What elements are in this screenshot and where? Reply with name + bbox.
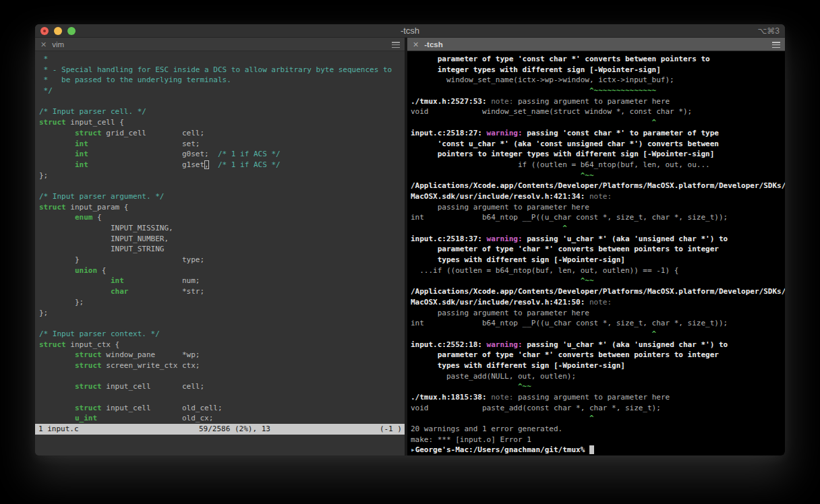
cursor-hollow: , [204, 160, 209, 169]
terminal-line: ^~~ [411, 381, 785, 392]
terminal-line: int num; [39, 276, 405, 286]
terminal-window: -tcsh ⌥⌘3 ✕ vim ✕ -tcsh * * - Special ha… [35, 24, 785, 455]
pane-titlebar-tcsh[interactable]: ✕ -tcsh [407, 38, 785, 51]
terminal-line: struct window_pane *wp; [39, 350, 405, 360]
terminal-line: ./tmux.h:1815:38: note: passing argument… [411, 392, 785, 403]
terminal-line: parameter of type 'char *' converts betw… [411, 350, 785, 360]
pane-title-label: vim [52, 40, 64, 49]
terminal-line: make: *** [input.o] Error 1 [411, 435, 785, 445]
terminal-line: ^~~~~~~~~~~~~~~ [411, 86, 785, 96]
terminal-line: ^ [411, 223, 785, 234]
terminal-line: struct input_ctx { [39, 340, 405, 350]
terminal-line: ▸George's-Mac:/Users/gnachman/git/tmux% [411, 445, 785, 455]
terminal-line: }; [39, 297, 405, 308]
vim-status-line: 1 input.c59/2586 (2%), 13(-1 ) [35, 424, 405, 435]
terminal-line: struct screen_write_ctx ctx; [39, 360, 405, 371]
terminal-line: } type; [39, 255, 405, 265]
terminal-line: INPUT_STRING [39, 244, 405, 255]
terminal-line: int b64_ntop __P((u_char const *, size_t… [411, 212, 785, 223]
terminal-line: MacOSX.sdk/usr/include/resolv.h:421:50: … [411, 297, 785, 308]
terminal-line: struct input_cell { [39, 117, 405, 128]
terminal-line [39, 181, 405, 191]
terminal-line: /* Input parser argument. */ [39, 191, 405, 202]
close-pane-icon[interactable]: ✕ [40, 38, 47, 51]
pane-title-label: -tcsh [424, 40, 442, 49]
terminal-line: void window_set_name(struct window *, co… [411, 106, 785, 117]
terminal-line: int g0set; /* 1 if ACS */ [39, 149, 405, 160]
terminal-line: ^~~ [411, 170, 785, 181]
terminal-line: ^~~ [411, 276, 785, 286]
window-shortcut-badge: ⌥⌘3 [757, 24, 780, 38]
terminal-line: union { [39, 265, 405, 276]
terminal-line: * [39, 54, 405, 65]
terminal-line: * - Special handling for ESC inside a DC… [39, 65, 405, 75]
terminal-line: if ((outlen = b64_ntop(buf, len, out, ou… [411, 160, 785, 170]
terminal-line: types with different sign [-Wpointer-sig… [411, 255, 785, 265]
terminal-line: ...if ((outlen = b64_ntop(buf, len, out,… [411, 265, 785, 276]
close-pane-icon[interactable]: ✕ [413, 38, 419, 51]
terminal-line: ^ [411, 413, 785, 424]
terminal-line: parameter of type 'const char *' convert… [411, 54, 785, 65]
terminal-line: integer types with different sign [-Wpoi… [411, 65, 785, 75]
vim-editor-pane[interactable]: * * - Special handling for ESC inside a … [35, 51, 405, 455]
terminal-line: 'const u_char *' (aka 'const unsigned ch… [411, 139, 785, 150]
terminal-line: */ [39, 86, 405, 96]
terminal-line: INPUT_MISSING, [39, 223, 405, 234]
terminal-line: window_set_name(ictx->wp->window, ictx->… [411, 75, 785, 86]
terminal-line: INPUT_NUMBER, [39, 234, 405, 245]
terminal-line: struct input_param { [39, 202, 405, 213]
terminal-line: struct grid_cell cell; [39, 128, 405, 139]
terminal-line [39, 96, 405, 107]
session-title-bars: ✕ vim ✕ -tcsh [35, 38, 785, 51]
terminal-line: ^ [411, 329, 785, 340]
terminal-line: passing argument to parameter here [411, 308, 785, 319]
terminal-line: MacOSX.sdk/usr/include/resolv.h:421:34: … [411, 191, 785, 202]
terminal-line: int b64_ntop __P((u_char const *, size_t… [411, 318, 785, 329]
status-position: 59/2586 (2%), 13 [199, 424, 270, 435]
terminal-line: /* Input parser cell. */ [39, 106, 405, 117]
terminal-line: struct input_cell old_cell; [39, 403, 405, 414]
terminal-line: 20 warnings and 1 error generated. [411, 424, 785, 435]
terminal-line: * be passed to the underlying terminals. [39, 75, 405, 86]
cursor-block [589, 445, 594, 454]
desktop-background: -tcsh ⌥⌘3 ✕ vim ✕ -tcsh * * - Special ha… [0, 0, 820, 504]
terminal-line: void paste_add(const char *, char *, siz… [411, 403, 785, 414]
terminal-line: input.c:2552:18: warning: passing 'u_cha… [411, 340, 785, 350]
terminal-line: u_int old_cx; [39, 413, 405, 424]
terminal-line: types with different sign [-Wpointer-sig… [411, 360, 785, 371]
pane-menu-icon[interactable] [772, 42, 780, 48]
terminal-line: /* Input parser context. */ [39, 329, 405, 340]
terminal-line: pointers to integer types with different… [411, 149, 785, 160]
terminal-line: input.c:2518:37: warning: passing 'u_cha… [411, 234, 785, 245]
pane-menu-icon[interactable] [392, 42, 400, 48]
terminal-line: ^ [411, 117, 785, 128]
terminal-line: input.c:2518:27: warning: passing 'const… [411, 128, 785, 139]
status-filename: 1 input.c [38, 424, 79, 435]
window-title: -tcsh [35, 24, 785, 38]
terminal-line: /Applications/Xcode.app/Contents/Develop… [411, 181, 785, 191]
terminal-line: }; [39, 308, 405, 319]
terminal-line [39, 318, 405, 329]
terminal-line: ./tmux.h:2527:53: note: passing argument… [411, 96, 785, 107]
prompt-mark-icon: ▸ [411, 445, 415, 454]
terminal-line: enum { [39, 212, 405, 223]
terminal-line: /Applications/Xcode.app/Contents/Develop… [411, 286, 785, 297]
terminal-line: paste_add(NULL, out, outlen); [411, 371, 785, 382]
terminal-line [39, 371, 405, 382]
split-pane-content: * * - Special handling for ESC inside a … [35, 51, 785, 455]
terminal-line: parameter of type 'char *' converts betw… [411, 244, 785, 255]
terminal-line: }; [39, 170, 405, 181]
terminal-line: struct input_cell cell; [39, 381, 405, 392]
terminal-line: int set; [39, 139, 405, 150]
terminal-line: passing argument to parameter here [411, 202, 785, 213]
title-bar[interactable]: -tcsh ⌥⌘3 [35, 24, 785, 38]
terminal-line [39, 392, 405, 403]
terminal-line: int g1set, /* 1 if ACS */ [39, 160, 405, 170]
status-right-indicator: (-1 ) [380, 424, 402, 435]
terminal-line: char *str; [39, 286, 405, 297]
shell-output-pane[interactable]: parameter of type 'const char *' convert… [407, 51, 785, 455]
pane-titlebar-vim[interactable]: ✕ vim [35, 38, 405, 51]
